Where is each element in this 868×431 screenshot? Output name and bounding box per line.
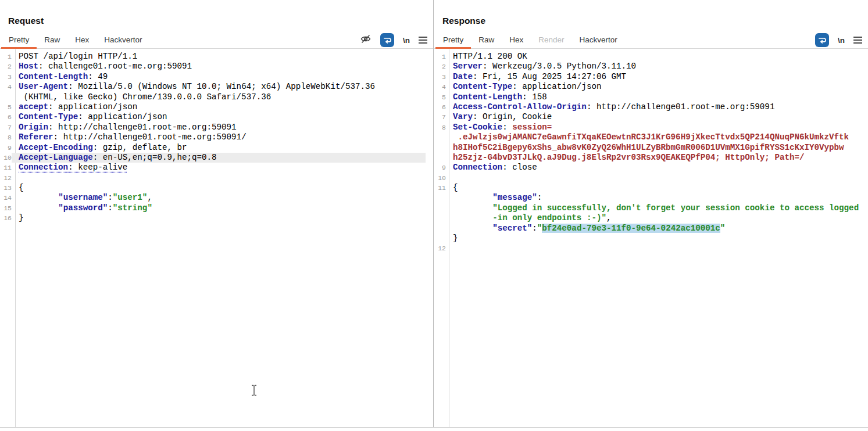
- code-line: 12: [0, 173, 433, 183]
- line-number: 9: [434, 163, 446, 173]
- word-wrap-icon[interactable]: [380, 33, 394, 47]
- response-title: Response: [442, 16, 485, 26]
- code-text: [446, 173, 860, 183]
- line-number: 2: [434, 62, 446, 71]
- line-number: 11: [0, 163, 12, 173]
- code-line: 11{: [434, 183, 868, 193]
- line-number: 12: [0, 173, 12, 183]
- line-number: 5: [0, 102, 12, 112]
- code-text: accept: application/json: [12, 102, 426, 112]
- code-text: (KHTML, like Gecko) Chrome/139.0.0.0 Saf…: [12, 92, 426, 102]
- code-line: 16}: [0, 213, 433, 223]
- line-number: 4: [434, 82, 446, 92]
- code-line: 5accept: application/json: [0, 102, 433, 112]
- line-number: [0, 92, 12, 102]
- code-line: 10: [434, 173, 868, 183]
- code-line: .eJwlzjs0wjAMANC7eGawnfiTXqaKEOewtnRC3J1…: [434, 132, 868, 142]
- tab-hackvertor[interactable]: Hackvertor: [97, 31, 149, 48]
- code-line: 3Date: Fri, 15 Aug 2025 14:27:06 GMT: [434, 72, 868, 82]
- line-number: [434, 193, 446, 203]
- code-line: h8IHof5C2iBgepy6xShs_abw8vK0ZyQ26WhH1ULZ…: [434, 143, 868, 153]
- line-number: [434, 143, 446, 153]
- tab-raw[interactable]: Raw: [37, 31, 67, 48]
- tab-hex[interactable]: Hex: [67, 31, 97, 48]
- tab-hex[interactable]: Hex: [502, 31, 531, 48]
- line-number: [434, 234, 446, 243]
- line-number: 3: [434, 72, 446, 82]
- tab-hackvertor[interactable]: Hackvertor: [572, 31, 625, 48]
- line-number: 10: [0, 153, 12, 163]
- tab-label: Raw: [44, 35, 60, 44]
- newlines-icon[interactable]: \n: [403, 36, 410, 45]
- code-line: 1HTTP/1.1 200 OK: [434, 52, 868, 62]
- line-number: 3: [0, 72, 12, 82]
- response-tabbar: PrettyRawHexRenderHackvertor: [434, 31, 868, 49]
- code-text: -in only endpoints :-)",: [446, 213, 860, 223]
- code-text: Origin: http://challenge01.root-me.org:5…: [12, 123, 426, 132]
- code-text: Content-Type: application/json: [12, 112, 426, 122]
- line-number: [434, 213, 446, 223]
- line-number: [434, 224, 446, 234]
- tab-label: Hex: [75, 35, 89, 44]
- line-number: 2: [0, 62, 12, 71]
- line-number: 8: [434, 123, 446, 132]
- line-number: 7: [434, 112, 446, 122]
- code-text: }: [446, 234, 860, 243]
- tab-label: Raw: [478, 35, 494, 44]
- code-line: 1POST /api/login HTTP/1.1: [0, 52, 433, 62]
- tab-pretty[interactable]: Pretty: [435, 31, 471, 48]
- code-line: 8Set-Cookie: session=: [434, 123, 868, 132]
- code-text: Content-Type: application/json: [446, 82, 860, 92]
- code-text: Accept-Encoding: gzip, deflate, br: [12, 143, 426, 153]
- code-text: h25zjz-G4bvD3TJLkQ.aJ9Dug.j8ElsRp2vr03Rs…: [446, 153, 860, 163]
- code-text: .eJwlzjs0wjAMANC7eGawnfiTXqaKEOewtnRC3J1…: [446, 132, 860, 142]
- request-title: Request: [8, 16, 44, 26]
- code-text: Connection: close: [446, 163, 860, 173]
- panel-bottom-border: [0, 427, 868, 428]
- code-line: 2Server: Werkzeug/3.0.5 Python/3.11.10: [434, 62, 868, 71]
- tab-label: Pretty: [443, 35, 463, 44]
- code-line: -in only endpoints :-)",: [434, 213, 868, 223]
- tab-pretty[interactable]: Pretty: [1, 31, 37, 48]
- code-line: h25zjz-G4bvD3TJLkQ.aJ9Dug.j8ElsRp2vr03Rs…: [434, 153, 868, 163]
- menu-icon[interactable]: [419, 37, 427, 44]
- word-wrap-icon[interactable]: [815, 33, 829, 47]
- code-text: Server: Werkzeug/3.0.5 Python/3.11.10: [446, 62, 860, 71]
- code-line: (KHTML, like Gecko) Chrome/139.0.0.0 Saf…: [0, 92, 433, 102]
- code-line: 5Content-Length: 158: [434, 92, 868, 102]
- code-text: Host: challenge01.root-me.org:59091: [12, 62, 426, 71]
- response-editor[interactable]: 1HTTP/1.1 200 OK2Server: Werkzeug/3.0.5 …: [434, 49, 868, 427]
- code-line: 4Content-Type: application/json: [434, 82, 868, 92]
- request-editor[interactable]: 1POST /api/login HTTP/1.12Host: challeng…: [0, 49, 433, 427]
- code-text: "message":: [446, 193, 860, 203]
- code-text: [446, 243, 860, 253]
- code-line: "Logged in successfully, don't forget yo…: [434, 203, 868, 213]
- code-text: Connection: keep-alive: [12, 163, 426, 173]
- newlines-icon[interactable]: \n: [838, 36, 845, 45]
- line-number: 10: [434, 173, 446, 183]
- code-text: Access-Control-Allow-Origin: http://chal…: [446, 102, 860, 112]
- code-line: 2Host: challenge01.root-me.org:59091: [0, 62, 433, 71]
- menu-icon[interactable]: [853, 37, 862, 44]
- line-number: 6: [0, 112, 12, 122]
- code-line: "message":: [434, 193, 868, 203]
- line-number: 8: [0, 132, 12, 142]
- tab-raw[interactable]: Raw: [471, 31, 502, 48]
- code-line: 14 "username":"user1",: [0, 193, 433, 203]
- code-line: 3Content-Length: 49: [0, 72, 433, 82]
- code-line: 6Access-Control-Allow-Origin: http://cha…: [434, 102, 868, 112]
- line-number: 12: [434, 243, 446, 253]
- text-cursor-icon: [250, 384, 258, 397]
- code-text: POST /api/login HTTP/1.1: [12, 52, 426, 62]
- line-number: [434, 153, 446, 163]
- line-number: 13: [0, 183, 12, 193]
- tab-label: Pretty: [9, 35, 29, 44]
- tab-label: Hackvertor: [580, 35, 617, 44]
- code-text: [12, 173, 426, 183]
- line-number: [434, 132, 446, 142]
- code-line: 15 "password":"string": [0, 203, 433, 213]
- line-number: 6: [434, 102, 446, 112]
- code-line: "secret":"bf24e0ad-79e3-11f0-9e64-0242ac…: [434, 224, 868, 234]
- tab-label: Hackvertor: [104, 35, 142, 44]
- eye-off-icon[interactable]: [360, 33, 372, 47]
